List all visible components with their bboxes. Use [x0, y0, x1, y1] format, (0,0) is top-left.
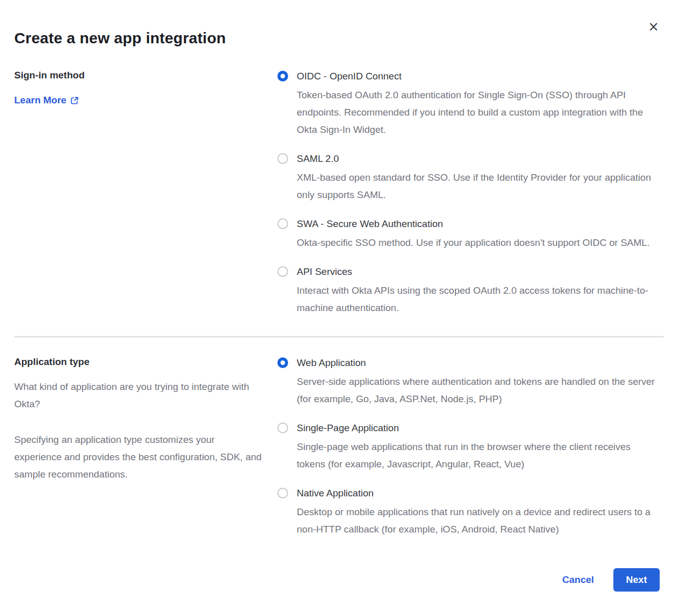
dialog-title: Create a new app integration — [14, 30, 664, 47]
radio-option-swa[interactable]: SWA - Secure Web Authentication Okta-spe… — [277, 218, 657, 251]
close-icon[interactable]: × — [645, 18, 662, 35]
radio-button-api-services[interactable] — [277, 266, 288, 277]
radio-button-saml[interactable] — [277, 153, 288, 164]
radio-option-saml[interactable]: SAML 2.0 XML-based open standard for SSO… — [277, 153, 657, 204]
signin-method-left-col: Sign-in method Learn More — [14, 69, 277, 317]
external-link-icon — [70, 96, 79, 105]
section-divider — [14, 336, 664, 338]
application-type-heading: Application type — [14, 356, 262, 368]
radio-label-api-services: API Services — [297, 266, 657, 278]
application-type-left-col: Application type What kind of applicatio… — [14, 356, 277, 538]
radio-option-oidc[interactable]: OIDC - OpenID Connect Token-based OAuth … — [277, 70, 657, 138]
radio-label-native-application: Native Application — [297, 487, 657, 499]
next-button[interactable]: Next — [613, 568, 660, 592]
radio-button-oidc[interactable] — [277, 71, 288, 81]
radio-button-web-application[interactable] — [277, 357, 288, 368]
radio-desc-web-application: Server-side applications where authentic… — [297, 373, 657, 408]
radio-button-single-page-application[interactable] — [277, 423, 288, 433]
learn-more-label: Learn More — [14, 95, 66, 106]
dialog-footer: Cancel Next — [562, 568, 660, 592]
radio-option-web-application[interactable]: Web Application Server-side applications… — [277, 357, 657, 408]
learn-more-link[interactable]: Learn More — [14, 95, 79, 106]
radio-desc-single-page-application: Single-page web applications that run in… — [297, 438, 657, 473]
application-type-options: Web Application Server-side applications… — [277, 356, 657, 538]
radio-button-swa[interactable] — [277, 218, 288, 229]
radio-desc-oidc: Token-based OAuth 2.0 authentication for… — [297, 87, 657, 138]
create-app-integration-dialog: × Create a new app integration Sign-in m… — [0, 30, 678, 538]
radio-button-native-application[interactable] — [277, 488, 288, 498]
radio-desc-api-services: Interact with Okta APIs using the scoped… — [297, 282, 657, 317]
radio-option-native-application[interactable]: Native Application Desktop or mobile app… — [277, 487, 657, 538]
radio-label-single-page-application: Single-Page Application — [297, 422, 657, 434]
cancel-button[interactable]: Cancel — [562, 574, 594, 585]
radio-label-oidc: OIDC - OpenID Connect — [297, 70, 657, 82]
application-type-help-2: Specifying an application type customize… — [14, 431, 262, 483]
radio-label-web-application: Web Application — [297, 357, 657, 369]
radio-option-api-services[interactable]: API Services Interact with Okta APIs usi… — [277, 266, 657, 317]
radio-desc-saml: XML-based open standard for SSO. Use if … — [297, 169, 657, 204]
application-type-help-1: What kind of application are you trying … — [14, 378, 262, 413]
application-type-row: Application type What kind of applicatio… — [14, 356, 664, 538]
radio-desc-native-application: Desktop or mobile applications that run … — [297, 503, 657, 538]
signin-method-heading: Sign-in method — [14, 69, 262, 81]
radio-option-single-page-application[interactable]: Single-Page Application Single-page web … — [277, 422, 657, 473]
signin-method-options: OIDC - OpenID Connect Token-based OAuth … — [277, 69, 657, 317]
radio-label-saml: SAML 2.0 — [297, 153, 657, 165]
radio-desc-swa: Okta-specific SSO method. Use if your ap… — [297, 234, 657, 251]
radio-label-swa: SWA - Secure Web Authentication — [297, 218, 657, 230]
signin-method-row: Sign-in method Learn More OIDC - OpenID … — [14, 69, 664, 317]
